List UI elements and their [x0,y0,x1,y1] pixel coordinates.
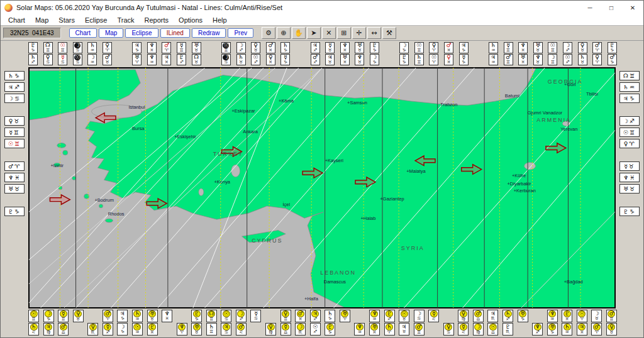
glyph-cell[interactable]: ♆♓ [619,173,640,182]
glyph-cell[interactable]: ♀♍ [458,310,469,322]
glyph-cell[interactable]: ♃♉ [325,54,335,65]
glyph-cell[interactable]: ♇♑ [608,42,617,53]
glyph-cell[interactable]: ♄♒ [619,82,640,92]
glyph-cell[interactable]: ☽♏ [295,323,306,335]
add-point-tool-icon[interactable]: ✛ [352,27,366,39]
glyph-cell[interactable]: ♄♈ [384,323,395,335]
glyph-cell[interactable]: ☉♈ [429,54,438,65]
glyph-cell[interactable]: ☿♌ [458,323,469,335]
glyph-cell[interactable]: ☽♋ [4,94,25,103]
glyph-cell[interactable]: ♇♑ [399,54,409,65]
glyph-cell[interactable]: ♃♍ [43,323,54,335]
glyph-cell[interactable]: ☿♎ [280,323,291,335]
glyph-cell[interactable]: ☿♌ [428,310,439,322]
close-button[interactable]: ✕ [622,1,643,14]
glyph-cell[interactable]: ☽♋ [73,42,82,53]
glyph-cell[interactable]: ☉♊ [28,310,39,322]
glyph-cell[interactable]: ☊♊ [206,310,217,322]
glyph-cell[interactable]: ♆♒ [354,323,365,335]
glyph-cell[interactable]: ☊♊ [619,71,640,80]
glyph-cell[interactable]: ♃♒ [489,54,498,65]
glyph-cell[interactable]: ☽♑ [370,54,379,65]
glyph-cell[interactable]: ♄♐ [28,54,38,65]
glyph-cell[interactable]: ♂♈ [103,310,113,322]
glyph-cell[interactable]: ♄♑ [280,42,290,53]
glyph-cell[interactable]: ♄♉ [236,54,246,65]
glyph-cell[interactable]: ☉♎ [487,323,498,335]
glyph-cell[interactable]: ☿♊ [177,42,186,53]
glyph-cell[interactable]: ♄♊ [206,323,217,335]
glyph-cell[interactable]: ☽♉ [591,310,602,322]
glyph-cell[interactable]: ♅♉ [191,323,202,335]
minimize-button[interactable]: ─ [579,1,601,14]
glyph-cell[interactable]: ♀♓ [266,54,275,65]
menu-item-options[interactable]: Options [174,16,208,25]
glyph-cell[interactable]: ♂♈ [592,42,602,53]
measure-tool-icon[interactable]: ↔ [367,27,381,39]
glyph-cell[interactable]: ☉♒ [132,323,143,335]
menu-item-help[interactable]: Help [208,16,232,25]
glyph-cell[interactable]: ☉♊ [4,139,25,148]
glyph-cell[interactable]: ♂♌ [236,323,247,335]
glyph-cell[interactable]: ♇♑ [4,207,25,216]
tools-icon[interactable]: ⚒ [382,27,396,39]
toolbar-button-chart[interactable]: Chart [69,28,97,38]
glyph-cell[interactable]: ♅♉ [4,184,25,194]
glyph-cell[interactable]: ♀♈ [592,54,602,65]
glyph-cell[interactable]: ♆♓ [518,42,528,53]
glyph-cell[interactable]: ☉♐ [251,54,260,65]
glyph-cell[interactable]: ♃♑ [619,94,640,103]
glyph-cell[interactable]: ♃♉ [399,323,409,335]
glyph-cell[interactable]: ☽♑ [117,323,128,335]
glyph-cell[interactable]: ♂♈ [4,161,25,171]
toolbar-button-ilined[interactable]: ILined [160,28,190,38]
glyph-cell[interactable]: ♆♓ [340,42,350,53]
glyph-cell[interactable]: ☿♊ [504,42,513,53]
glyph-cell[interactable]: ♆♓ [147,42,157,53]
glyph-cell[interactable]: ☽♐ [236,310,247,322]
glyph-cell[interactable]: ☽♑ [399,42,409,53]
glyph-cell[interactable]: ♇♏ [502,323,513,335]
menu-item-chart[interactable]: Chart [3,16,30,25]
glyph-cell[interactable]: ♅♓ [518,54,528,65]
glyph-cell[interactable]: ♄♒ [489,42,498,53]
glyph-cell[interactable]: ♇♑ [619,207,640,216]
glyph-cell[interactable]: ☉♊ [414,42,424,53]
gear-tool-icon[interactable]: ⚙ [262,27,275,39]
glyph-cell[interactable]: ♀♉ [606,323,617,335]
glyph-cell[interactable]: ♃♐ [4,82,25,92]
glyph-cell[interactable]: ♄♑ [325,310,335,322]
glyph-cell[interactable]: ☊♊ [43,42,53,53]
menu-item-eclipse[interactable]: Eclipse [80,16,112,25]
glyph-cell[interactable]: ♂♎ [473,310,484,322]
toolbar-button-map[interactable]: Map [99,28,123,38]
glyph-cell[interactable]: ♂♉ [103,54,112,65]
glyph-cell[interactable]: ♇♐ [177,54,186,65]
glyph-cell[interactable]: ☿♑ [280,54,290,65]
glyph-cell[interactable]: ♄♒ [132,310,143,322]
glyph-cell[interactable]: ♀♏ [87,323,98,335]
glyph-cell[interactable]: ♄♐ [502,310,513,322]
pan-tool-icon[interactable]: ✋ [292,27,306,39]
glyph-cell[interactable]: ♄♒ [87,42,97,53]
glyph-cell[interactable]: ♃♑ [132,42,142,53]
glyph-cell[interactable]: ☽♋ [221,54,231,65]
glyph-cell[interactable]: ☉♈ [577,310,587,322]
glyph-cell[interactable]: ♆♒ [369,310,380,322]
glyph-cell[interactable]: ♀♉ [4,116,25,126]
glyph-cell[interactable]: ☿♋ [58,54,67,65]
grid-tool-icon[interactable]: ⊞ [337,27,351,39]
maximize-button[interactable]: □ [601,1,622,14]
glyph-cell[interactable]: ♃♐ [311,42,320,53]
glyph-cell[interactable]: ♅♑ [518,310,528,322]
glyph-cell[interactable]: ♅♈ [340,310,350,322]
glyph-cell[interactable]: ♇♓ [147,323,158,335]
glyph-cell[interactable]: ♂♓ [266,42,275,53]
glyph-cell[interactable]: ☿♊ [58,310,69,322]
glyph-cell[interactable]: ♂♐ [311,54,320,65]
glyph-cell[interactable]: ☉♊ [619,128,640,137]
glyph-cell[interactable]: ♆♈ [177,323,187,335]
glyph-cell[interactable]: ♆♐ [532,323,543,335]
glyph-cell[interactable]: ☽♍ [473,323,484,335]
glyph-cell[interactable]: ♅♉ [533,42,543,53]
